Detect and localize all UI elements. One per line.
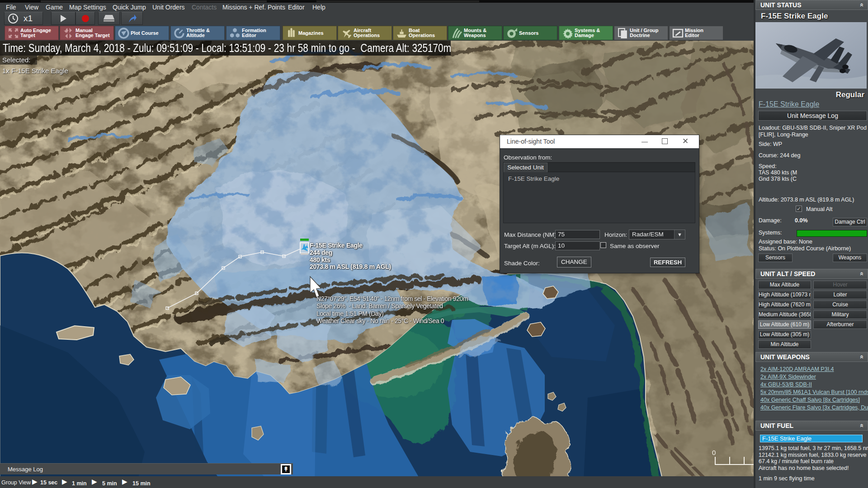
svg-text:0: 0 — [712, 449, 716, 456]
